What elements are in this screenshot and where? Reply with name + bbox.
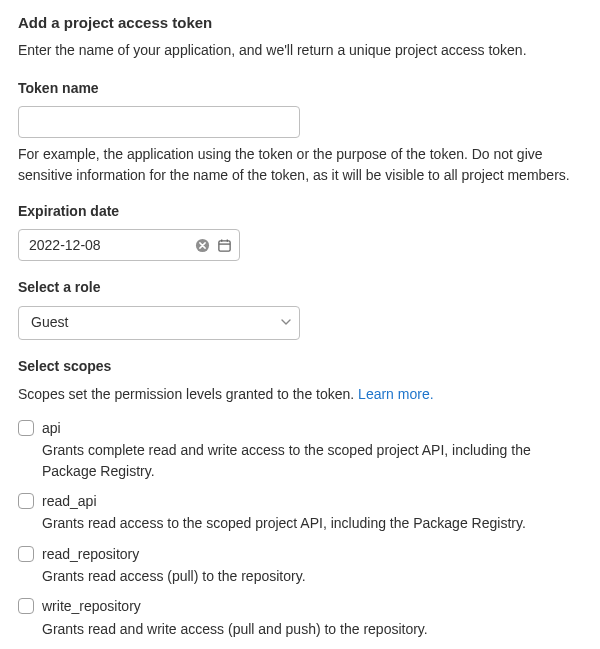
- expiration-input[interactable]: 2022-12-08: [18, 229, 240, 261]
- scopes-label: Select scopes: [18, 356, 582, 376]
- scope-checkbox-api[interactable]: [18, 420, 34, 436]
- scope-desc: Grants read and write access (pull and p…: [42, 619, 582, 639]
- scope-desc: Grants read access (pull) to the reposit…: [42, 566, 582, 586]
- token-name-help: For example, the application using the t…: [18, 144, 582, 185]
- scope-row-api: api Grants complete read and write acces…: [18, 418, 582, 481]
- svg-rect-1: [218, 241, 229, 251]
- scope-row-read-repository: read_repository Grants read access (pull…: [18, 544, 582, 587]
- scope-checkbox-write-repository[interactable]: [18, 598, 34, 614]
- scope-desc: Grants read access to the scoped project…: [42, 513, 582, 533]
- scopes-intro-text: Scopes set the permission levels granted…: [18, 386, 358, 402]
- role-value: Guest: [31, 312, 281, 332]
- scope-name: read_repository: [42, 544, 582, 564]
- scope-name: read_api: [42, 491, 582, 511]
- page-title: Add a project access token: [18, 12, 582, 34]
- token-name-label: Token name: [18, 78, 582, 98]
- scope-name: write_repository: [42, 596, 582, 616]
- role-select[interactable]: Guest: [18, 306, 300, 340]
- scope-row-read-api: read_api Grants read access to the scope…: [18, 491, 582, 534]
- scope-row-write-repository: write_repository Grants read and write a…: [18, 596, 582, 639]
- scope-checkbox-read-api[interactable]: [18, 493, 34, 509]
- expiration-value: 2022-12-08: [29, 235, 189, 255]
- chevron-down-icon: [281, 312, 291, 332]
- scope-name: api: [42, 418, 582, 438]
- expiration-label: Expiration date: [18, 201, 582, 221]
- scopes-intro: Scopes set the permission levels granted…: [18, 384, 582, 404]
- scope-checkbox-read-repository[interactable]: [18, 546, 34, 562]
- clear-date-icon[interactable]: [193, 236, 211, 254]
- token-name-input[interactable]: [18, 106, 300, 138]
- calendar-icon[interactable]: [215, 236, 233, 254]
- scope-desc: Grants complete read and write access to…: [42, 440, 582, 481]
- page-intro: Enter the name of your application, and …: [18, 40, 582, 60]
- learn-more-link[interactable]: Learn more.: [358, 386, 433, 402]
- role-label: Select a role: [18, 277, 582, 297]
